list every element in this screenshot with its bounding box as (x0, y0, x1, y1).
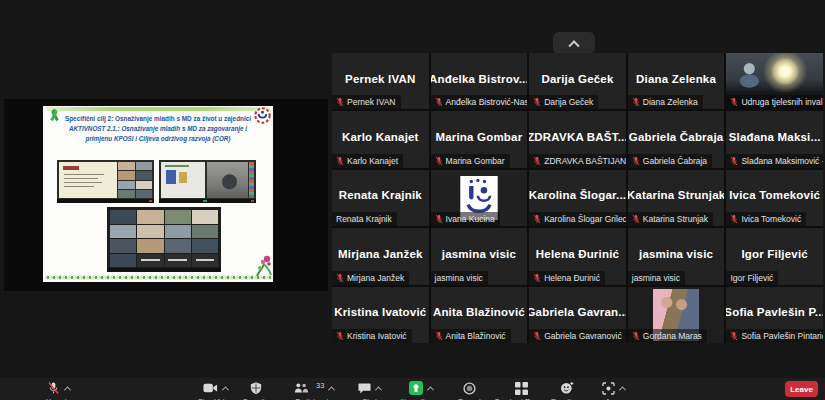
participant-label: Gabriela Čabraja (628, 154, 712, 168)
participant-label: Mirjana Janžek (332, 271, 409, 285)
participant-tile[interactable]: jasmina visic jasmina visic (431, 228, 528, 284)
participant-name: Marina Gombar (435, 131, 522, 148)
chevron-up-icon (568, 40, 579, 51)
participant-tile[interactable]: Anđelka Bistrov... Anđelka Bistrović-Nas… (431, 53, 528, 109)
muted-mic-icon (632, 156, 640, 166)
share-screen-button[interactable]: Share Screen (400, 381, 443, 400)
participant-tile[interactable]: jasmina visic jasmina visic (628, 228, 725, 284)
participant-tile[interactable]: Gordana Maras (628, 287, 725, 343)
participant-label: Darija Geček (529, 95, 598, 109)
participant-tile[interactable]: Helena Đurinić Helena Đurinić (529, 228, 626, 284)
participant-tile[interactable]: Udruga tjelesnih invalida ... (726, 53, 823, 109)
muted-mic-icon (533, 214, 541, 224)
participant-name: jasmina visic (442, 248, 516, 265)
participant-name: jasmina visic (639, 248, 713, 265)
participant-tile[interactable]: Ivana Kucina (431, 170, 528, 226)
chat-menu-caret[interactable] (375, 386, 382, 393)
participant-name: Karlo Kanajet (342, 131, 419, 148)
muted-mic-icon (632, 214, 640, 224)
zoom-meeting-window: Specifični cilj 2: Osnaživanje mladih s … (0, 0, 825, 400)
participant-label: Anđelka Bistrović-Nastić (431, 95, 528, 109)
participant-name: Igor Filjević (741, 248, 808, 265)
video-menu-caret[interactable] (222, 386, 229, 393)
muted-mic-icon (336, 97, 344, 107)
participant-label: Anita Blažinović (431, 329, 511, 343)
apps-button[interactable]: Apps (602, 381, 625, 400)
participant-tile[interactable]: Gabriela Gavran... Gabriela Gavranović (529, 287, 626, 343)
participant-name: Mirjana Janžek (338, 248, 423, 265)
participant-name: Sofia Pavlešin P... (726, 306, 823, 323)
chat-button[interactable]: Chat (358, 381, 381, 400)
audio-menu-caret[interactable] (64, 386, 71, 393)
participant-name: Helena Đurinić (536, 248, 619, 265)
participant-tile[interactable]: Karolina Šlogar... Karolina Šlogar Grile… (529, 170, 626, 226)
slide-bottom-decorative-border (45, 275, 271, 280)
reactions-button[interactable]: Reactions (551, 381, 582, 400)
participant-name: Gabriela Čabraja (629, 131, 724, 148)
unmute-button[interactable]: Unmute (46, 381, 71, 400)
participant-tile[interactable]: Darija Geček Darija Geček (529, 53, 626, 109)
participant-name: Gabriela Gavran... (529, 306, 626, 323)
participant-label: Gordana Maras (628, 329, 707, 343)
share-menu-caret[interactable] (427, 386, 434, 393)
participant-tile[interactable]: Karlo Kanajet Karlo Kanajet (332, 111, 429, 167)
meeting-toolbar: Unmute Stop Video Security 33 Participan… (0, 378, 825, 400)
record-button[interactable]: Record (458, 381, 481, 400)
participant-name: Anđelka Bistrov... (431, 73, 528, 90)
participant-label: Sofia Pavlešin Pintarić - H... (726, 329, 823, 343)
participant-tile[interactable]: Renata Krajnik Renata Krajnik (332, 170, 429, 226)
flower-logo-icon (255, 254, 273, 282)
participant-tile[interactable]: Sofia Pavlešin P... Sofia Pavlešin Pinta… (726, 287, 823, 343)
muted-mic-icon (435, 156, 443, 166)
collapse-gallery-button[interactable] (553, 32, 595, 54)
participant-tile[interactable]: Anita Blažinović Anita Blažinović (431, 287, 528, 343)
participant-label: ZDRAVKA BAŠTIJAN (529, 154, 626, 168)
participant-tile[interactable]: Mirjana Janžek Mirjana Janžek (332, 228, 429, 284)
participant-label: Katarina Strunjak (628, 212, 713, 226)
participant-tile[interactable]: Igor Filjević Igor Filjević (726, 228, 823, 284)
muted-mic-icon (435, 331, 443, 341)
participants-button[interactable]: 33 Participants (293, 381, 334, 400)
participant-tile[interactable]: Pernek IVAN Pernek IVAN (332, 53, 429, 109)
participant-tile[interactable]: Ivica Tomeković Ivica Tomeković (726, 170, 823, 226)
participant-tile[interactable]: Diana Zelenka Diana Zelenka (628, 53, 725, 109)
slide-screenshot-meeting-2 (159, 160, 256, 203)
participant-label: Udruga tjelesnih invalida ... (726, 95, 823, 109)
participant-tile[interactable]: Katarina Strunjak Katarina Strunjak (628, 170, 725, 226)
breakout-rooms-button[interactable]: Breakout Rooms (495, 381, 547, 400)
chat-bubble-icon (358, 382, 371, 395)
participant-name: Kristina Ivatović (334, 306, 426, 323)
participant-tile[interactable]: Gabriela Čabraja Gabriela Čabraja (628, 111, 725, 167)
muted-mic-icon (730, 156, 738, 166)
muted-mic-icon (47, 381, 60, 395)
shield-icon (250, 381, 262, 395)
muted-mic-icon (730, 97, 738, 107)
slide-screenshot-gallery (107, 207, 221, 272)
video-camera-icon (203, 382, 218, 394)
muted-mic-icon (632, 331, 640, 341)
apps-menu-caret[interactable] (619, 386, 626, 393)
participant-name: Pernek IVAN (345, 73, 415, 90)
stop-video-button[interactable]: Stop Video (198, 381, 232, 400)
participant-label: Karolina Šlogar Grilec, UDK (529, 212, 626, 226)
participants-count: 33 (316, 381, 324, 390)
leave-button[interactable]: Leave (785, 381, 818, 397)
participant-label: Ivana Kucina (431, 212, 500, 226)
participant-name: Karolina Šlogar... (529, 189, 626, 206)
participant-tile[interactable]: Kristina Ivatović Kristina Ivatović (332, 287, 429, 343)
muted-mic-icon (533, 97, 541, 107)
participant-name: Slađana Maksi... (729, 131, 821, 148)
share-screen-icon (409, 381, 423, 395)
thumbnail-strip (118, 162, 152, 198)
participant-label: Pernek IVAN (332, 95, 401, 109)
security-button[interactable]: Security (243, 381, 268, 400)
participant-tile[interactable]: Marina Gombar Marina Gombar (431, 111, 528, 167)
participants-menu-caret[interactable] (328, 386, 335, 393)
muted-mic-icon (533, 156, 541, 166)
participant-tile[interactable]: Slađana Maksi... Slađana Maksimović - UO… (726, 111, 823, 167)
participant-grid: Pernek IVAN Pernek IVAN Anđelka Bistrov.… (332, 53, 823, 343)
participant-tile[interactable]: ZDRAVKA BAŠT... ZDRAVKA BAŠTIJAN (529, 111, 626, 167)
participant-name: ZDRAVKA BAŠT... (529, 131, 626, 148)
participant-label: jasmina visic (431, 271, 488, 285)
participant-label: Gabriela Gavranović (529, 329, 626, 343)
